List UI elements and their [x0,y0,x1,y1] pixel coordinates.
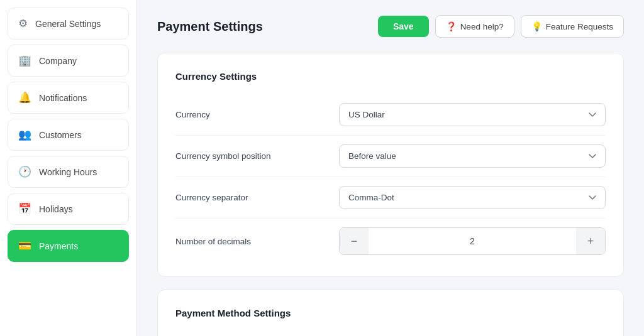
currency-separator-select[interactable]: Comma-Dot Dot-Comma Space-Dot [339,186,606,209]
number-of-decimals-control: − 2 + [339,227,606,255]
sidebar-item-company[interactable]: 🏢 Company [8,45,129,77]
currency-separator-row: Currency separator Comma-Dot Dot-Comma S… [175,177,606,219]
header-actions: Save ❓ Need help? 💡 Feature Requests [378,15,624,38]
sidebar-item-customers[interactable]: 👥 Customers [8,119,129,151]
payment-method-section-title: Payment Method Settings [175,308,606,318]
currency-settings-card: Currency Settings Currency US Dollar Eur… [157,53,624,277]
lightbulb-icon: 💡 [531,21,542,31]
page-title: Payment Settings [157,19,263,34]
building-icon: 🏢 [18,54,31,67]
on-site-row: On Site [175,331,606,336]
number-of-decimals-row: Number of decimals − 2 + [175,219,606,264]
decimals-value: 2 [369,236,576,246]
sidebar-item-label: Payments [39,241,78,251]
page-header: Payment Settings Save ❓ Need help? 💡 Fea… [157,15,624,38]
sidebar-item-label: Working Hours [39,167,97,177]
save-button[interactable]: Save [378,16,429,37]
sidebar-item-notifications[interactable]: 🔔 Notifications [8,82,129,114]
number-of-decimals-label: Number of decimals [175,237,339,246]
currency-select[interactable]: US Dollar Euro British Pound Japanese Ye… [339,103,606,126]
main-content: Payment Settings Save ❓ Need help? 💡 Fea… [137,0,644,336]
question-icon: ❓ [446,21,457,31]
sidebar-item-label: Company [39,56,77,66]
payment-method-settings-card: Payment Method Settings On Site PayPal [157,290,624,336]
decimals-stepper: − 2 + [339,227,606,255]
currency-label: Currency [175,110,339,119]
gear-icon: ⚙ [18,17,28,30]
currency-section-title: Currency Settings [175,71,606,82]
need-help-button[interactable]: ❓ Need help? [435,15,514,38]
sidebar-item-label: Customers [39,130,82,140]
currency-symbol-position-select[interactable]: Before value After value [339,144,606,168]
sidebar: ⚙ General Settings 🏢 Company 🔔 Notificat… [0,0,137,336]
currency-separator-control: Comma-Dot Dot-Comma Space-Dot [339,186,606,209]
sidebar-item-label: Notifications [39,93,87,103]
sidebar-item-label: Holidays [39,204,73,214]
sidebar-item-label: General Settings [35,19,101,29]
currency-symbol-position-control: Before value After value [339,144,606,168]
currency-row: Currency US Dollar Euro British Pound Ja… [175,94,606,136]
bell-icon: 🔔 [18,91,31,104]
increment-button[interactable]: + [576,228,605,254]
currency-separator-label: Currency separator [175,193,339,202]
feature-requests-button[interactable]: 💡 Feature Requests [521,15,624,38]
calendar-icon: 📅 [18,202,31,215]
currency-symbol-position-row: Currency symbol position Before value Af… [175,136,606,177]
sidebar-item-general-settings[interactable]: ⚙ General Settings [8,8,129,40]
users-icon: 👥 [18,128,31,141]
currency-symbol-position-label: Currency symbol position [175,151,339,161]
sidebar-item-payments[interactable]: 💳 Payments [8,230,129,262]
currency-control: US Dollar Euro British Pound Japanese Ye… [339,103,606,126]
credit-card-icon: 💳 [18,239,31,252]
clock-icon: 🕐 [18,165,31,178]
sidebar-item-working-hours[interactable]: 🕐 Working Hours [8,156,129,188]
sidebar-item-holidays[interactable]: 📅 Holidays [8,193,129,225]
decrement-button[interactable]: − [340,228,369,254]
